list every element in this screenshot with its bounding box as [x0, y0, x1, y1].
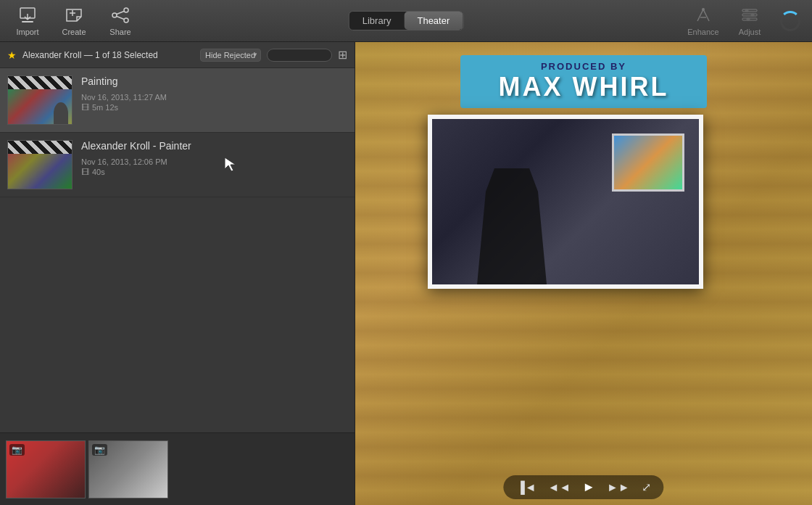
- left-panel: ★ Alexander Kroll — 1 of 18 Selected Hid…: [0, 42, 355, 505]
- produced-by-text: PRODUCED BY: [472, 61, 695, 72]
- event-duration-painter: 🎞 40s: [81, 168, 347, 176]
- svg-point-9: [702, 8, 705, 11]
- share-icon: [109, 5, 132, 25]
- canvas-in-video: [612, 134, 684, 192]
- svg-line-7: [117, 12, 124, 15]
- filter-bar: ★ Alexander Kroll — 1 of 18 Selected Hid…: [0, 42, 355, 68]
- svg-line-8: [117, 17, 124, 20]
- svg-point-6: [112, 13, 117, 17]
- video-background: PRODUCED BY MAX WHIRL ▐◄ ◄◄ ► ►► ⤢: [355, 42, 812, 505]
- main-layout: ★ Alexander Kroll — 1 of 18 Selected Hid…: [0, 42, 812, 505]
- clip-thumb-2[interactable]: 📷: [88, 440, 168, 498]
- import-label: Import: [16, 28, 38, 36]
- event-list: Painting Nov 16, 2013, 11:27 AM 🎞 5m 12s: [0, 68, 355, 432]
- share-label: Share: [109, 28, 130, 36]
- camera-icon: 📷: [9, 444, 25, 456]
- event-info-painter: Alexander Kroll - Painter Nov 16, 2013, …: [81, 140, 347, 176]
- enhance-label: Enhance: [687, 28, 718, 36]
- adjust-label: Adjust: [739, 28, 761, 36]
- video-controls: ▐◄ ◄◄ ► ►► ⤢: [503, 475, 663, 499]
- star-icon: ★: [7, 49, 17, 61]
- title-card: PRODUCED BY MAX WHIRL: [460, 55, 707, 108]
- svg-point-15: [747, 17, 750, 21]
- nested-video-content: [432, 119, 699, 284]
- film-icon: 🎞: [81, 103, 89, 112]
- library-theater-toggle: Library Theater: [349, 11, 464, 30]
- event-item-painter[interactable]: Alexander Kroll - Painter Nov 16, 2013, …: [0, 133, 355, 197]
- event-duration-painting: 🎞 5m 12s: [81, 103, 347, 112]
- theater-tab[interactable]: Theater: [404, 12, 463, 30]
- import-button[interactable]: Import: [12, 5, 44, 36]
- clip-thumb-1[interactable]: 📷: [6, 440, 86, 498]
- svg-point-4: [124, 8, 128, 12]
- clapper-body-2: [8, 154, 72, 189]
- library-tab[interactable]: Library: [349, 12, 405, 30]
- clapper-top: [8, 76, 72, 89]
- enhance-button[interactable]: Enhance: [687, 5, 719, 36]
- play-button[interactable]: ►: [579, 478, 598, 496]
- create-button[interactable]: Create: [58, 5, 90, 36]
- camera-icon-2: 📷: [92, 444, 107, 456]
- right-panel: PRODUCED BY MAX WHIRL ▐◄ ◄◄ ► ►► ⤢: [355, 42, 812, 505]
- adjust-button[interactable]: Adjust: [734, 5, 766, 36]
- person-silhouette: [54, 102, 68, 124]
- search-wrapper: 🔍: [267, 49, 332, 62]
- clapper-body: [8, 89, 72, 125]
- create-label: Create: [62, 28, 86, 36]
- hide-rejected-wrapper: Hide Rejected ▼: [200, 49, 261, 62]
- event-title-painter: Alexander Kroll - Painter: [81, 140, 347, 152]
- event-selection-label: Alexander Kroll — 1 of 18 Selected: [22, 50, 194, 60]
- film-icon-2: 🎞: [81, 168, 89, 176]
- grid-view-button[interactable]: ⊞: [338, 48, 347, 62]
- event-thumbnail-painter: [7, 140, 72, 189]
- painter-silhouette: [468, 168, 555, 284]
- share-button[interactable]: Share: [104, 5, 136, 36]
- svg-rect-11: [742, 14, 757, 16]
- video-preview: PRODUCED BY MAX WHIRL ▐◄ ◄◄ ► ►► ⤢: [355, 42, 812, 505]
- max-whirl-text: MAX WHIRL: [472, 72, 695, 102]
- clip-strip-area: 📷 📷: [0, 432, 355, 505]
- clapper-top-2: [8, 141, 72, 154]
- create-icon: [62, 5, 86, 25]
- svg-rect-10: [742, 9, 757, 12]
- svg-rect-1: [22, 21, 33, 22]
- toolbar-right: Enhance Adjust: [687, 5, 800, 36]
- next-frame-button[interactable]: ►►: [604, 480, 633, 496]
- rewind-button[interactable]: ▐◄: [513, 480, 539, 496]
- import-icon: [16, 5, 39, 25]
- event-title-painting: Painting: [81, 75, 347, 87]
- event-date-painting: Nov 16, 2013, 11:27 AM: [81, 93, 347, 102]
- event-item-painting[interactable]: Painting Nov 16, 2013, 11:27 AM 🎞 5m 12s: [0, 68, 355, 133]
- enhance-icon: [692, 5, 715, 25]
- previous-frame-button[interactable]: ◄◄: [545, 480, 574, 496]
- nested-video-frame: [428, 115, 703, 289]
- search-input[interactable]: [267, 49, 332, 62]
- event-info-painting: Painting Nov 16, 2013, 11:27 AM 🎞 5m 12s: [81, 75, 347, 112]
- toolbar: Import Create Share Library The: [0, 0, 812, 42]
- adjust-icon: [738, 5, 761, 25]
- loading-indicator: [780, 11, 800, 31]
- painter-thumbnail-image: [8, 154, 72, 189]
- svg-point-13: [745, 9, 749, 12]
- event-date-painter: Nov 16, 2013, 12:06 PM: [81, 157, 347, 166]
- svg-point-5: [124, 18, 128, 22]
- hide-rejected-select[interactable]: Hide Rejected: [200, 49, 261, 62]
- event-thumbnail-painting: [7, 75, 72, 125]
- fullscreen-button[interactable]: ⤢: [639, 479, 654, 496]
- svg-point-14: [751, 13, 755, 17]
